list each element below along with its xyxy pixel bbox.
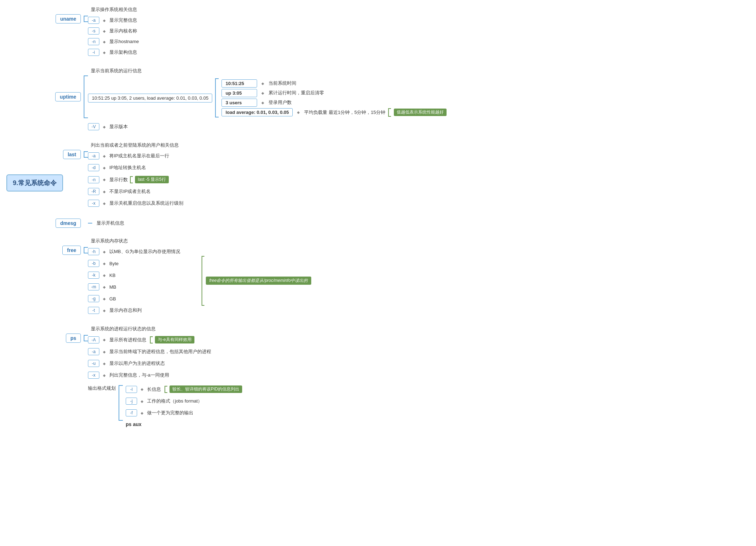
- last-opt-n: -n ◆ 显示行数 last -5 显示5行: [88, 175, 183, 184]
- uptime-note: 值越低表示系统性能越好: [394, 109, 447, 116]
- dmesg-desc: 显示开机信息: [97, 220, 124, 226]
- ps-fmt-f: -f ◆ 做一个更为完整的输出: [126, 409, 242, 417]
- uptime-section: 显示当前系统的运行信息 uptime 10:51:25 up 3:05, 2 u…: [62, 68, 739, 132]
- free-note: free命令的所有输出值都是从/proc/meminfo中读出的: [206, 277, 312, 285]
- last-opt-d: -d ◆ IP地址转换主机名: [88, 163, 183, 172]
- free-opt-t: -t ◆ 显示内存总和列: [88, 306, 180, 315]
- free-opt-k: -k ◆ KB: [88, 271, 180, 279]
- ps-fmt-j: -j ◆ 工作的格式（jobs format）: [126, 397, 242, 405]
- ps-opt-x: -x ◆ 列出完整信息，与-a一同使用: [88, 371, 242, 379]
- free-opt-h: -h ◆ 以MB、G为单位显示内存使用情况: [88, 247, 180, 256]
- uptime-detail-load: load average: 0.01, 0.03, 0.05 ◆ 平均负载量 最…: [221, 108, 446, 117]
- uname-opt-a: -a ◆ 显示完整信息: [88, 16, 139, 25]
- page-container: 9.常见系统命令 显示操作系统相关信息 uname -a: [0, 0, 756, 546]
- uptime-detail-up: up 3:05 ◆ 累计运行时间，重启后清零: [221, 89, 446, 97]
- uname-opt-s: -s ◆ 显示内核名称: [88, 27, 139, 35]
- ps-l-note: 较长、较详细的将该PID的信息列出: [170, 385, 242, 393]
- uptime-cmd: uptime: [55, 92, 81, 101]
- uname-section: 显示操作系统相关信息 uname -a ◆ 显示完整信息: [62, 6, 739, 58]
- ps-output-format: 输出格式规划 -l ◆ 长信息 较长、较详细的将该PID的信息列出: [88, 384, 242, 429]
- free-opt-g: -g ◆ GB: [88, 294, 180, 303]
- last-opt-x: -x ◆ 显示关机重启信息以及系统运行级别: [88, 199, 183, 208]
- free-opt-m: -m ◆ MB: [88, 283, 180, 291]
- last-cmd: last: [63, 150, 81, 159]
- last-opt-a: -a ◆ 将IP或主机名显示在最后一行: [88, 152, 183, 160]
- uptime-detail-users: 3 users ◆ 登录用户数: [221, 99, 446, 107]
- last-section: 列出当前或者之前登陆系统的用户相关信息 last -a ◆ 将IP或主机名显示在…: [62, 142, 739, 209]
- ps-opt-a: -a ◆ 显示当前终端下的进程信息，包括其他用户的进程: [88, 347, 242, 356]
- uname-desc: 显示操作系统相关信息: [91, 6, 739, 13]
- uname-cmd: uname: [56, 14, 81, 23]
- dmesg-cmd: dmesg: [56, 219, 81, 228]
- ps-fmt-l: -l ◆ 长信息 较长、较详细的将该PID的信息列出: [126, 385, 242, 394]
- free-cmd: free: [62, 246, 81, 255]
- main-title: 9.常见系统命令: [6, 174, 63, 191]
- ps-cmd: ps: [66, 334, 81, 343]
- uptime-detail-time: 10:51:25 ◆ 当前系统时间: [221, 79, 446, 88]
- free-opt-b: -b ◆ Byte: [88, 259, 180, 268]
- last-opt-R: -R ◆ 不显示IP或者主机名: [88, 187, 183, 196]
- ps-A-note: 与-e具有同样效用: [155, 336, 194, 343]
- uname-opt-n: -n ◆ 显示hostname: [88, 37, 139, 46]
- uname-opt-i: -i ◆ 显示架构信息: [88, 48, 139, 57]
- ps-opt-A: -A ◆ 显示所有进程信息 与-e具有同样效用: [88, 335, 242, 344]
- free-section: 显示系统内存状态 free -h ◆ 以MB、G为单位显示内存使用情况: [62, 238, 739, 316]
- uptime-example: 10:51:25 up 3:05, 2 users, load average:…: [88, 94, 212, 103]
- dmesg-section: dmesg 显示开机信息: [62, 219, 739, 228]
- uptime-opt-v: -V ◆ 显示版本: [88, 122, 447, 131]
- ps-section: 显示系统的进程运行状态的信息 ps -A ◆ 显示所有进程信息: [62, 326, 739, 429]
- ps-example: ps aux: [126, 421, 242, 428]
- last-n-note: last -5 显示5行: [135, 176, 169, 183]
- ps-opt-u: -u ◆ 显示以用户为主的进程状态: [88, 359, 242, 368]
